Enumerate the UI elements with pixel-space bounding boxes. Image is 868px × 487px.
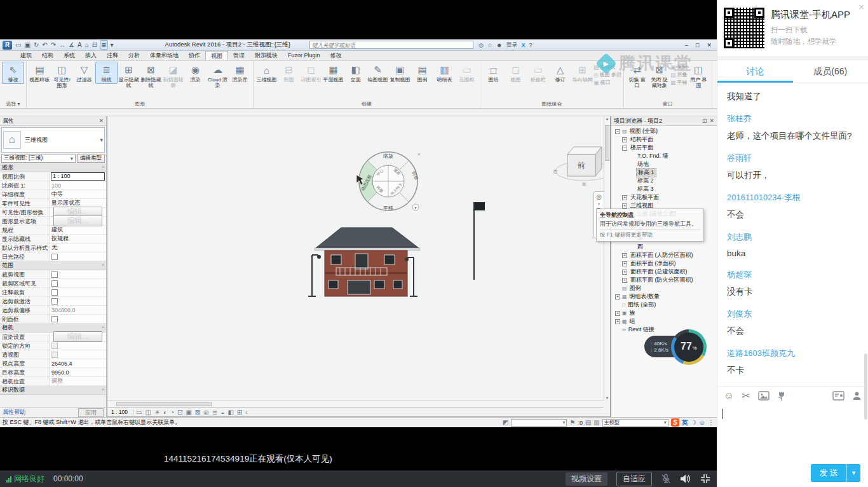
tree-item-场地[interactable]: 场地	[611, 160, 717, 168]
temporary-hide-icon[interactable]: ⊠	[195, 408, 200, 416]
property-section-标识数据[interactable]: 标识数据^	[0, 386, 106, 395]
edit-button[interactable]: 编辑...	[53, 216, 102, 226]
tree-item-标高 1[interactable]: 标高 1	[611, 168, 717, 177]
ime-more-icon[interactable]: ⋮	[708, 419, 714, 426]
expand-icon[interactable]: +	[622, 253, 627, 258]
expand-icon[interactable]: +	[615, 319, 620, 324]
workset-select[interactable]: ▾	[511, 419, 567, 427]
checkbox[interactable]	[51, 271, 58, 278]
expand-icon[interactable]: +	[622, 270, 627, 275]
exchange-apps-icon[interactable]: X	[521, 42, 525, 48]
expand-icon[interactable]: +	[622, 195, 627, 200]
chat-nickname[interactable]: 刘志鹏	[727, 231, 868, 243]
instance-selector[interactable]: 三维视图: (三维) ▾	[1, 154, 76, 163]
properties-help-link[interactable]: 属性帮助	[3, 408, 25, 416]
restore-button[interactable]: □	[696, 42, 699, 48]
measure-icon[interactable]: ↔	[58, 41, 66, 49]
minimize-button[interactable]: –	[685, 42, 688, 48]
ribbon-button-平铺[interactable]: ▦平铺	[670, 79, 688, 86]
signin-icon[interactable]: ☻	[496, 42, 502, 48]
ribbon-button-绘图视图[interactable]: ✎绘图视图	[367, 62, 389, 84]
vertical-scrollbar[interactable]: ▲▼	[604, 116, 610, 401]
property-section-图形[interactable]: 图形^	[0, 163, 106, 172]
checkbox[interactable]	[51, 289, 58, 296]
property-value[interactable]: 9950.0	[50, 369, 106, 376]
browser-close-icon[interactable]: ✕	[709, 118, 714, 124]
speaker-icon[interactable]	[680, 474, 691, 484]
steering-wheel[interactable]: 缩放 平移 动态观察 回放 中心 漫游 环视 向上/向下 × ▾	[355, 148, 421, 214]
ribbon-tab-体量和场地[interactable]: 体量和场地	[145, 51, 184, 60]
ribbon-tab-附加模块[interactable]: 附加模块	[250, 51, 283, 60]
ribbon-button-显示隐藏线[interactable]: ⊞显示隐藏线	[118, 62, 140, 90]
screenshot-scissors-icon[interactable]: ✂	[742, 391, 750, 401]
ribbon-button-可见性/图形[interactable]: ◫可见性/图形	[51, 62, 73, 90]
chevron-down-icon[interactable]: ▾	[598, 202, 600, 206]
ribbon-button-渲染库[interactable]: ▦渲染库	[229, 62, 251, 84]
ribbon-tab-修改[interactable]: 修改	[325, 51, 347, 60]
panel-close-icon[interactable]: ×	[858, 1, 864, 12]
tree-item-标高 2[interactable]: 标高 2	[611, 177, 717, 185]
shadows-icon[interactable]: ◐	[163, 408, 167, 416]
help-icon[interactable]: ?	[529, 42, 532, 48]
text-icon[interactable]: A	[77, 41, 83, 49]
render-dialog-icon[interactable]: ◔	[170, 408, 174, 416]
tree-item-面积平面 (防火分区面积)[interactable]: +面积平面 (防火分区面积)	[611, 276, 717, 284]
crop-view-icon[interactable]: ⊡	[177, 408, 182, 416]
save-icon[interactable]: ▣	[24, 41, 31, 49]
apply-button[interactable]: 应用	[78, 408, 104, 417]
tree-item-族[interactable]: +▣族	[611, 309, 717, 317]
property-value[interactable]: 无	[50, 244, 106, 252]
checkbox[interactable]	[51, 316, 58, 322]
tree-item-明细表/数量[interactable]: +▦明细表/数量	[611, 292, 717, 301]
property-value[interactable]: 调整	[50, 377, 106, 385]
tree-item-视图 (全部)[interactable]: −▤视图 (全部)	[611, 127, 717, 135]
tree-item-T.O. Fnd. 墙[interactable]: T.O. Fnd. 墙	[611, 152, 717, 160]
ime-moon-icon[interactable]: ☽	[691, 419, 696, 426]
search-icon[interactable]: ◎	[478, 42, 484, 48]
tree-item-图例[interactable]: ▤图例	[611, 284, 717, 292]
expand-icon[interactable]: +	[622, 137, 627, 142]
ribbon-tab-分析[interactable]: 分析	[123, 51, 145, 60]
ribbon-button-图例[interactable]: ▤图例	[411, 62, 433, 84]
tree-item-组[interactable]: +▩组	[611, 317, 717, 326]
dock-icon[interactable]: ⊡	[702, 118, 707, 124]
property-value[interactable]: 中等	[50, 190, 106, 198]
view-cube[interactable]: 西 东 南 前	[546, 134, 604, 189]
adaptive-button[interactable]: 自适应	[616, 472, 652, 486]
ribbon-button-明细表[interactable]: ▥明细表	[433, 62, 456, 84]
editable-only-icon[interactable]: ▤	[585, 419, 591, 426]
horizontal-scrollbar[interactable]	[107, 401, 604, 407]
switch-windows-icon[interactable]: ▾	[110, 41, 114, 49]
dimension-icon[interactable]: ∡	[68, 41, 75, 49]
tree-item-图纸 (全部)[interactable]: □图纸 (全部)	[611, 301, 717, 309]
checkbox[interactable]	[51, 254, 58, 260]
crop-region-icon[interactable]: ▣	[186, 408, 191, 416]
sun-path-icon[interactable]: ☀	[154, 408, 160, 416]
ribbon-tab-Fuzor Plugin[interactable]: Fuzor Plugin	[283, 51, 325, 60]
tree-item-楼层平面[interactable]: −楼层平面	[611, 144, 717, 152]
ime-face-icon[interactable]: ☺	[699, 419, 705, 426]
ribbon-button-过滤器[interactable]: ▽过滤器	[73, 62, 95, 84]
property-value[interactable]: 按规程	[50, 235, 106, 243]
chat-nickname[interactable]: 杨超琛	[727, 269, 868, 280]
analysis-icon[interactable]: ◒	[220, 408, 224, 416]
section-icon[interactable]: ⊟	[92, 41, 98, 49]
expand-icon[interactable]: +	[615, 294, 620, 299]
ribbon-button-三维视图[interactable]: ⌂三维视图	[255, 62, 278, 84]
ribbon-button-渲染[interactable]: ◉渲染	[184, 62, 207, 84]
expand-icon[interactable]: +	[622, 278, 627, 283]
ribbon-tab-结构[interactable]: 结构	[37, 51, 58, 60]
reveal-hidden-icon[interactable]: ◎	[203, 408, 209, 416]
chat-nickname[interactable]: 道路1603班颜克九	[727, 348, 868, 359]
ribbon-tab-协作[interactable]: 协作	[184, 51, 205, 60]
open-icon[interactable]: ▭	[15, 41, 22, 49]
undo-icon[interactable]: ↶	[41, 41, 48, 49]
chat-nickname[interactable]: 201611010234-李根	[727, 192, 868, 203]
chat-nickname[interactable]: 张桂乔	[727, 113, 868, 125]
ribbon-tab-注释[interactable]: 注释	[102, 51, 123, 60]
ribbon-button-平面视图[interactable]: ▦平面视图	[322, 62, 344, 84]
drawing-canvas[interactable]: 缩放 平移 动态观察 回放 中心 漫游 环视 向上/向下 × ▾	[107, 116, 611, 417]
property-value-input[interactable]: 1 : 100	[51, 172, 105, 181]
constraints-icon[interactable]: ◧	[227, 408, 233, 416]
favorites-icon[interactable]: ☆	[487, 42, 492, 48]
